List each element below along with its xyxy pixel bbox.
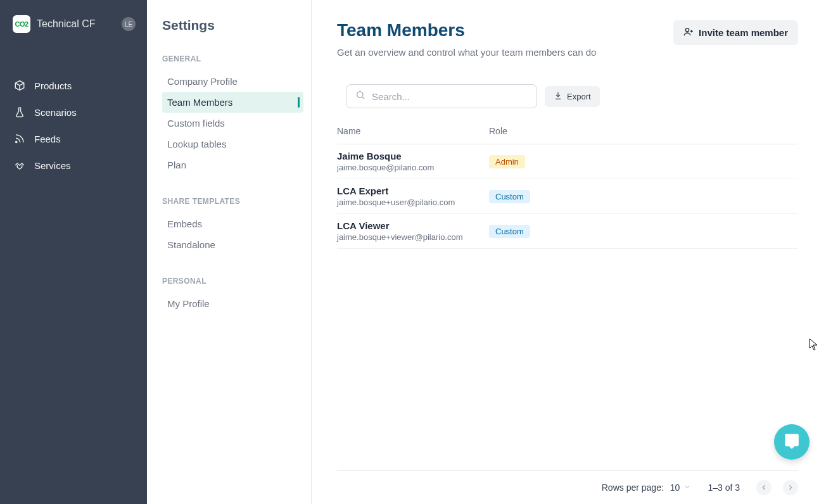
member-name: LCA Viewer (337, 220, 489, 231)
settings-item-plan[interactable]: Plan (162, 154, 303, 175)
nav-item-label: Services (34, 160, 71, 171)
next-page-button[interactable] (783, 480, 798, 495)
settings-item-standalone[interactable]: Standalone (162, 234, 303, 255)
flask-icon (14, 106, 25, 118)
svg-point-0 (16, 141, 17, 142)
table-header: Name Role (337, 126, 798, 144)
brand[interactable]: CO2 Technical CF (13, 15, 95, 33)
search-field-wrapper[interactable] (346, 84, 537, 108)
main-header: Team Members Get an overview and control… (337, 20, 798, 58)
export-label: Export (567, 92, 591, 101)
settings-item-embeds[interactable]: Embeds (162, 213, 303, 234)
settings-item-team-members[interactable]: Team Members (162, 92, 303, 113)
table-row[interactable]: Jaime Bosque jaime.bosque@pilario.com Ad… (337, 144, 798, 179)
toolbar: Export (346, 84, 798, 108)
rows-per-page-select[interactable]: 10 (670, 482, 692, 493)
download-icon (554, 91, 562, 102)
member-name: Jaime Bosque (337, 151, 489, 161)
page-title: Team Members (337, 20, 596, 41)
nav-item-scenarios[interactable]: Scenarios (0, 100, 147, 124)
chat-icon (784, 432, 800, 451)
rows-per-page: Rows per page: 10 (602, 482, 692, 493)
primary-nav-list: Products Scenarios Feeds Services (0, 73, 147, 177)
member-name: LCA Expert (337, 186, 489, 196)
rss-icon (14, 133, 25, 144)
column-name: Name (337, 126, 489, 136)
page-range: 1–3 of 3 (708, 482, 740, 493)
sidebar-header: CO2 Technical CF LE (0, 10, 147, 48)
pager (756, 480, 798, 495)
members-table: Name Role Jaime Bosque jaime.bosque@pila… (337, 126, 798, 249)
role-badge: Custom (489, 225, 530, 238)
member-email: jaime.bosque@pilario.com (337, 163, 489, 172)
settings-group-label: SHARE TEMPLATES (162, 197, 303, 206)
settings-item-company-profile[interactable]: Company Profile (162, 71, 303, 92)
settings-group-personal: PERSONAL My Profile (162, 277, 303, 314)
settings-title: Settings (162, 18, 303, 33)
table-row[interactable]: LCA Expert jaime.bosque+user@pilario.com… (337, 179, 798, 214)
settings-group-label: GENERAL (162, 54, 303, 63)
role-badge: Admin (489, 155, 525, 168)
invite-team-member-button[interactable]: Invite team member (673, 20, 798, 45)
nav-item-products[interactable]: Products (0, 73, 147, 98)
page-subtitle: Get an overview and control what your te… (337, 47, 596, 58)
settings-group-label: PERSONAL (162, 277, 303, 286)
chat-fab[interactable] (774, 424, 810, 460)
nav-item-label: Products (34, 80, 72, 91)
cursor-icon (809, 338, 819, 353)
main-content: Team Members Get an overview and control… (312, 0, 826, 504)
cube-icon (14, 80, 25, 91)
table-row[interactable]: LCA Viewer jaime.bosque+viewer@pilario.c… (337, 214, 798, 249)
user-plus-icon (683, 27, 694, 39)
nav-item-services[interactable]: Services (0, 153, 147, 177)
chevron-down-icon (683, 482, 691, 493)
rows-label: Rows per page: (602, 482, 664, 493)
role-badge: Custom (489, 190, 530, 203)
settings-group-general: GENERAL Company Profile Team Members Cus… (162, 54, 303, 175)
member-email: jaime.bosque+user@pilario.com (337, 198, 489, 207)
export-button[interactable]: Export (545, 86, 600, 107)
nav-item-label: Feeds (34, 134, 61, 144)
brand-logo: CO2 (13, 15, 30, 33)
nav-item-label: Scenarios (34, 107, 77, 118)
search-icon (355, 90, 365, 103)
svg-point-1 (685, 28, 689, 32)
handshake-icon (14, 160, 25, 171)
settings-item-custom-fields[interactable]: Custom fields (162, 113, 303, 134)
rows-value: 10 (670, 482, 680, 493)
primary-sidebar: CO2 Technical CF LE Products Scenarios F… (0, 0, 147, 504)
nav-item-feeds[interactable]: Feeds (0, 127, 147, 151)
avatar[interactable]: LE (122, 17, 136, 31)
settings-group-share: SHARE TEMPLATES Embeds Standalone (162, 197, 303, 255)
brand-name: Technical CF (37, 18, 95, 30)
settings-item-lookup-tables[interactable]: Lookup tables (162, 134, 303, 154)
member-email: jaime.bosque+viewer@pilario.com (337, 232, 489, 242)
column-role: Role (489, 126, 507, 136)
settings-item-my-profile[interactable]: My Profile (162, 293, 303, 314)
pagination: Rows per page: 10 1–3 of 3 (337, 470, 798, 495)
invite-label: Invite team member (699, 27, 788, 38)
prev-page-button[interactable] (756, 480, 772, 495)
search-input[interactable] (372, 91, 528, 102)
settings-sidebar: Settings GENERAL Company Profile Team Me… (147, 0, 312, 504)
svg-point-2 (357, 92, 363, 98)
